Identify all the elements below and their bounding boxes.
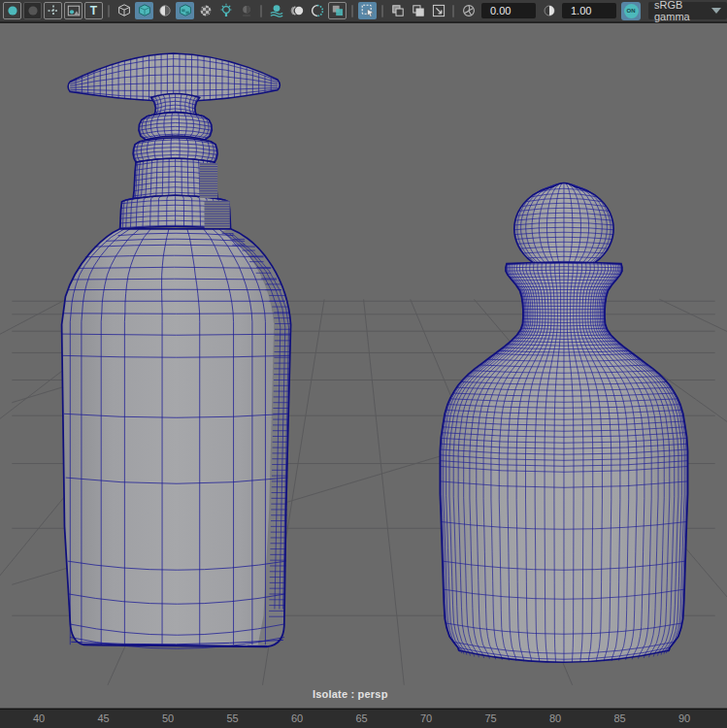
on-toggle-label: ON — [627, 8, 636, 14]
ambient-occlusion-icon[interactable] — [267, 2, 285, 19]
circle-select-icon[interactable] — [3, 2, 21, 19]
frame-tick-45[interactable]: 45 — [89, 712, 118, 724]
isolate-select-icon[interactable] — [358, 2, 377, 19]
smooth-shade-mode-icon[interactable] — [135, 2, 153, 19]
lighting-icon[interactable] — [216, 2, 235, 19]
time-slider[interactable]: 4045505560657075808590 — [0, 710, 727, 728]
frame-tick-60[interactable]: 60 — [282, 712, 312, 724]
frame-tick-70[interactable]: 70 — [412, 712, 441, 724]
motion-blur-icon[interactable] — [287, 2, 306, 19]
decanter-square-wireframe[interactable] — [62, 53, 291, 648]
toolbar-separator — [108, 5, 110, 17]
viewport-hud-isolate: Isolate : persp — [313, 688, 388, 700]
pan-zoom-icon[interactable] — [429, 2, 447, 19]
frame-tick-85[interactable]: 85 — [606, 712, 635, 724]
view-transform-value: sRGB gamma — [654, 0, 706, 22]
image-plane-icon[interactable] — [64, 2, 83, 19]
viewport-canvas[interactable]: Isolate : persp — [0, 23, 727, 708]
paint-select-icon[interactable] — [44, 2, 62, 19]
shadows-icon[interactable] — [237, 2, 255, 19]
transparency-icon[interactable] — [328, 2, 347, 19]
frame-tick-40[interactable]: 40 — [24, 712, 53, 724]
toolbar-separator — [452, 5, 454, 17]
square-body — [62, 163, 291, 648]
contrast-icon[interactable] — [540, 2, 558, 19]
exposure-field[interactable]: 0.00 — [481, 3, 536, 18]
antialiasing-icon[interactable] — [308, 2, 326, 19]
color-management-toggle[interactable]: ON — [621, 2, 641, 20]
lasso-select-icon[interactable] — [23, 2, 42, 19]
xray-icon[interactable] — [388, 2, 407, 19]
text-hud-icon[interactable]: T — [84, 2, 103, 19]
toolbar-separator — [381, 5, 383, 17]
round-body — [440, 262, 687, 662]
frame-tick-90[interactable]: 90 — [670, 712, 699, 724]
frame-tick-80[interactable]: 80 — [541, 712, 570, 724]
textured-mode-icon[interactable] — [176, 2, 194, 19]
frame-tick-55[interactable]: 55 — [218, 712, 248, 724]
ball-stopper — [514, 182, 614, 271]
text-hud-glyph: T — [90, 5, 97, 17]
toolbar-separator — [260, 5, 262, 17]
checker-material-icon[interactable] — [196, 2, 215, 19]
maya-viewport-panel: T — [0, 0, 727, 728]
wireframe-mode-icon[interactable] — [115, 2, 133, 19]
frame-tick-75[interactable]: 75 — [477, 712, 506, 724]
view-transform-select[interactable]: sRGB gamma — [648, 2, 727, 19]
viewport-toolbar: T — [0, 0, 727, 22]
decanter-round-wireframe[interactable] — [440, 182, 687, 662]
on-toggle-circle: ON — [624, 4, 639, 18]
chevron-down-icon — [711, 8, 721, 14]
frame-tick-50[interactable]: 50 — [153, 712, 182, 724]
gamma-field[interactable]: 1.00 — [562, 3, 616, 18]
frame-tick-65[interactable]: 65 — [347, 712, 377, 724]
stopper-ring — [139, 113, 212, 140]
default-material-icon[interactable] — [155, 2, 174, 19]
toolbar-separator — [351, 5, 353, 17]
xray-shaded-icon[interactable] — [409, 2, 427, 19]
exposure-icon[interactable] — [459, 2, 478, 19]
scene-svg — [0, 23, 727, 708]
